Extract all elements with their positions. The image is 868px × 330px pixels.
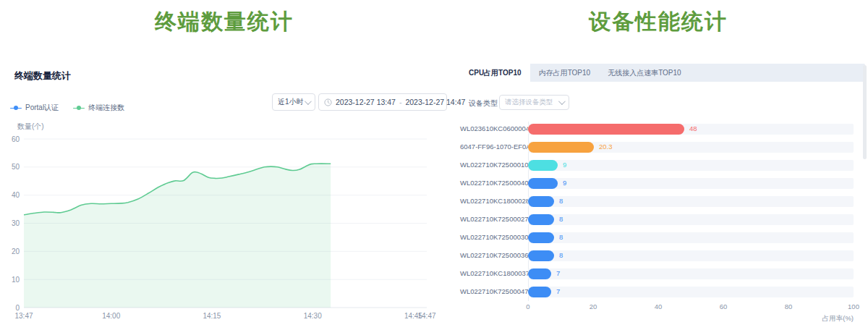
tab-内存占用TOP10[interactable]: 内存占用TOP10 [530,64,600,82]
bar-fill [528,196,554,207]
y-tick-label: 10 [12,276,20,284]
legend-item-label: 终端连接数 [88,103,124,113]
device-name-label: WL022710K725000307 [460,233,527,241]
y-tick-label: 0 [15,304,20,312]
y-tick-label: 50 [12,163,20,171]
bar-value-label: 9 [563,161,566,169]
terminal-count-line-chart: 010203040506013:4714:0014:1514:3014:4514… [0,116,448,330]
tab-无线接入点速率TOP10[interactable]: 无线接入点速率TOP10 [599,64,690,82]
bar-x-tick-label: 40 [644,302,673,310]
bar-x-axis-label: 占用率(%) [528,314,854,323]
terminal-count-panel: 终端数量统计 终端数量统计 近1小时 2023-12-27 13:47 - 20… [0,0,448,330]
bar-value-label: 8 [559,233,563,241]
y-tick-label: 40 [12,191,20,199]
bar-track [528,196,854,207]
device-name-label: WL023610KC06000043 [460,124,527,132]
cpu-top10-bar-chart: WL023610KC06000043486047-FF96-1070-EF0A2… [460,116,865,330]
legend-line-dot-icon [73,106,85,110]
bar-fill [528,268,551,279]
date-range-picker[interactable]: 2023-12-27 13:47 - 2023-12-27 14:47 [318,93,447,111]
bar-track [528,142,854,153]
area-fill [24,164,331,308]
x-tick-label: 14:47 [417,312,435,320]
device-name-label: WL022710K725000102 [460,161,527,169]
bar-value-label: 7 [556,269,560,277]
y-tick-label: 30 [12,219,20,227]
device-name-label: WL022710KC18000280 [460,197,527,205]
bar-value-label: 20.3 [599,143,613,151]
legend-line-dot-icon [10,106,22,110]
bar-value-label: 7 [556,287,560,295]
chart-legend: Portal认证 终端连接数 [10,103,124,113]
bar-track [528,178,854,189]
bar-fill [528,250,554,261]
bar-track [528,250,854,261]
bar-x-tick-label: 0 [514,302,542,310]
bar-track [528,160,854,171]
time-range-select-value: 近1小时 [278,97,304,107]
x-tick-label: 14:15 [203,312,221,320]
device-type-select[interactable]: 请选择设备类型 [499,95,569,110]
date-range-start: 2023-12-27 13:47 [336,98,396,106]
date-range-separator: - [399,98,402,106]
device-type-label: 设备类型 [469,98,498,109]
device-name-label: WL022710KC18000372 [460,269,527,277]
device-name-label: WL022710K725000470 [460,287,527,295]
bar-fill [528,178,558,189]
chevron-down-icon [305,98,312,105]
device-name-label: WL022710K725000369 [460,251,527,259]
bar-x-tick-label: 100 [839,302,868,310]
left-page-title: 终端数量统计 [0,7,448,37]
bar-fill [528,214,554,225]
time-range-select[interactable]: 近1小时 [272,93,315,111]
legend-item-label: Portal认证 [25,103,59,113]
device-performance-panel: 设备性能统计 CPU占用TOP10内存占用TOP10无线接入点速率TOP10 设… [448,0,868,330]
bar-value-label: 8 [559,251,563,259]
device-type-placeholder: 请选择设备类型 [505,98,553,107]
y-tick-label: 60 [12,135,20,143]
device-name-label: WL022710K725000272 [460,215,527,223]
bar-track [528,287,854,297]
bar-x-tick-label: 20 [579,302,608,310]
x-tick-label: 14:00 [102,312,120,320]
bar-fill [528,160,558,171]
right-page-title: 设备性能统计 [448,7,868,37]
bar-x-tick-label: 80 [774,302,803,310]
tab-CPU占用TOP10[interactable]: CPU占用TOP10 [460,64,530,82]
bar-track [528,268,854,279]
bar-track [528,232,854,243]
bar-fill [528,124,684,135]
chevron-down-icon [558,98,566,105]
bar-fill [528,142,594,153]
legend-item[interactable]: 终端连接数 [73,103,124,113]
x-tick-label: 13:47 [14,312,33,320]
bar-value-label: 8 [559,215,563,223]
top10-tab-bar: CPU占用TOP10内存占用TOP10无线接入点速率TOP10 [460,64,865,82]
vertical-scrollbar-thumb[interactable] [863,65,867,159]
device-name-label: 6047-FF96-1070-EF0A [460,143,527,151]
y-tick-label: 20 [12,248,20,255]
bar-value-label: 9 [563,179,566,187]
bar-x-tick-label: 60 [709,302,738,310]
bar-value-label: 48 [689,124,697,132]
device-name-label: WL022710K725000409 [460,179,527,187]
bar-fill [528,287,551,297]
left-card-title: 终端数量统计 [14,69,71,82]
clock-icon [324,98,332,106]
bar-fill [528,232,554,243]
x-tick-label: 14:30 [304,312,322,320]
legend-item[interactable]: Portal认证 [10,103,59,113]
bar-track [528,214,854,225]
bar-value-label: 8 [559,197,563,205]
